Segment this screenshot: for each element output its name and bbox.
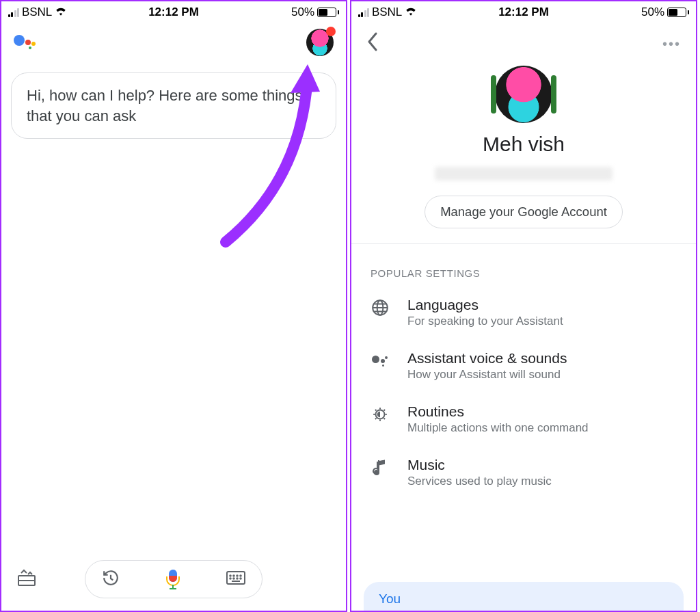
input-pill: [85, 560, 262, 598]
battery-icon: [667, 8, 689, 17]
you-label: You: [379, 591, 401, 606]
manage-account-button[interactable]: Manage your Google Account: [425, 196, 623, 228]
profile-avatar-button[interactable]: [306, 29, 334, 56]
svg-point-3: [233, 575, 234, 576]
overflow-menu-button[interactable]: •••: [662, 36, 681, 52]
setting-voice-sounds[interactable]: Assistant voice & sounds How your Assist…: [351, 339, 696, 393]
setting-title: Music: [407, 457, 552, 473]
assistant-home-screen: BSNL 12:12 PM 50% Hi, how can I help? He…: [0, 0, 347, 612]
svg-point-7: [233, 578, 234, 579]
clock-label: 12:12 PM: [1, 5, 346, 19]
popular-settings-heading: POPULAR SETTINGS: [351, 244, 696, 286]
music-note-icon: [371, 458, 390, 477]
setting-subtitle: Multiple actions with one command: [407, 421, 589, 435]
profile-avatar[interactable]: [495, 66, 552, 123]
profile-section: Meh vish Manage your Google Account: [351, 66, 696, 244]
settings-nav-bar: •••: [351, 22, 696, 66]
keyboard-icon[interactable]: [226, 571, 245, 587]
google-assistant-logo-icon: [14, 31, 37, 54]
assistant-input-bar: [1, 560, 346, 598]
globe-icon: [371, 298, 390, 317]
battery-icon: [317, 8, 339, 17]
status-bar: BSNL 12:12 PM 50%: [1, 1, 346, 22]
svg-point-2: [230, 575, 231, 576]
setting-languages[interactable]: Languages For speaking to your Assistant: [351, 286, 696, 339]
discover-icon[interactable]: [16, 569, 37, 589]
profile-name: Meh vish: [351, 133, 696, 156]
clock-label: 12:12 PM: [351, 5, 696, 19]
assistant-dots-icon: [371, 351, 390, 371]
assistant-settings-screen: BSNL 12:12 PM 50% ••• Meh vish Manage yo…: [350, 0, 697, 612]
setting-subtitle: How your Assistant will sound: [407, 368, 567, 382]
svg-point-5: [240, 575, 241, 576]
back-button[interactable]: [366, 31, 379, 57]
setting-title: Languages: [407, 297, 563, 313]
history-icon[interactable]: [102, 569, 120, 589]
microphone-button[interactable]: [166, 570, 180, 589]
setting-subtitle: For speaking to your Assistant: [407, 315, 563, 328]
svg-point-14: [374, 470, 379, 475]
setting-title: Assistant voice & sounds: [407, 350, 567, 367]
notification-badge-icon: [326, 27, 336, 36]
setting-routines[interactable]: Routines Multiple actions with one comma…: [351, 393, 696, 446]
setting-music[interactable]: Music Services used to play music: [351, 446, 696, 499]
status-bar: BSNL 12:12 PM 50%: [351, 1, 696, 22]
setting-subtitle: Services used to play music: [407, 475, 552, 488]
svg-point-8: [237, 578, 238, 579]
assistant-greeting-bubble: Hi, how can I help? Here are some things…: [11, 72, 336, 139]
assistant-header: [1, 22, 346, 63]
svg-point-4: [237, 575, 238, 576]
svg-point-6: [230, 578, 231, 579]
you-section-pill[interactable]: You: [364, 582, 684, 611]
routines-icon: [371, 405, 390, 424]
setting-title: Routines: [407, 403, 589, 420]
profile-email-redacted: [435, 167, 612, 181]
svg-point-9: [240, 578, 241, 579]
